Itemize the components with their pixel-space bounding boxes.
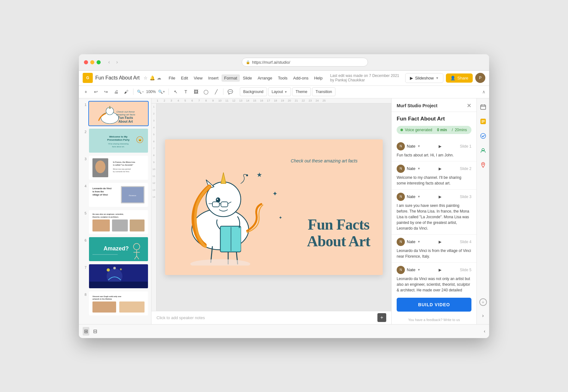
voice-selector-2[interactable]: N Nate ▼ — [397, 165, 420, 173]
slide-canvas: Check out these amazing art facts Fun Fa… — [165, 139, 383, 275]
cloud-icon[interactable]: ☁ — [157, 75, 161, 80]
minimize-button[interactable] — [90, 60, 94, 64]
panel-title: Murf Studio Project — [397, 103, 437, 108]
add-button[interactable]: + — [81, 87, 90, 96]
menu-help[interactable]: Help — [311, 74, 325, 82]
comment-tool[interactable]: 💬 — [226, 87, 235, 96]
transition-button[interactable]: Transition — [312, 87, 335, 96]
voice-selector-1[interactable]: N Nate ▼ — [397, 142, 420, 150]
user-avatar[interactable]: P — [475, 73, 485, 83]
back-button[interactable]: ‹ — [107, 59, 111, 66]
slide-thumb-img-7[interactable] — [88, 264, 149, 289]
maximize-button[interactable] — [97, 60, 101, 64]
menu-file[interactable]: File — [166, 74, 178, 82]
star-icon[interactable]: ☆ — [144, 75, 148, 80]
slide-entry-header-4: N Nate ▼ ▶ Slide 4 — [397, 238, 471, 246]
contacts-icon-button[interactable] — [478, 146, 488, 155]
redo-button[interactable]: ↪ — [102, 87, 110, 96]
undo-button[interactable]: ↩ — [92, 87, 100, 96]
image-tool[interactable]: 🖼 — [192, 87, 200, 96]
paint-button[interactable]: 🖌 — [122, 87, 131, 96]
text-tool[interactable]: T — [181, 87, 190, 96]
play-button-2[interactable]: ▶ — [437, 165, 444, 172]
maps-icon-button[interactable] — [478, 160, 488, 170]
expand-panel-button[interactable]: › — [478, 311, 488, 320]
slide-canvas-wrapper[interactable]: Check out these amazing art facts Fun Fa… — [157, 103, 391, 311]
build-video-button[interactable]: BUILD VIDEO — [397, 298, 471, 312]
layout-button[interactable]: Layout ▼ — [268, 87, 291, 96]
line-tool[interactable]: ╱ — [212, 87, 221, 96]
voice-selector-4[interactable]: N Nate ▼ — [397, 238, 420, 246]
bottom-bar: ⊞ ⊟ ‹ — [79, 324, 489, 338]
slide-thumbnail-2[interactable]: 2 Welcome to My Presentation Party I'll … — [81, 128, 149, 153]
voice-selector-3[interactable]: N Nate ▼ — [397, 193, 420, 201]
bell-icon[interactable]: 🔔 — [150, 75, 155, 80]
play-button-4[interactable]: ▶ — [437, 238, 444, 245]
theme-button[interactable]: Theme — [292, 87, 311, 96]
notes-placeholder[interactable]: Click to add speaker notes — [157, 315, 205, 320]
voice-avatar-3: N — [397, 193, 405, 201]
menu-edit[interactable]: Edit — [178, 74, 190, 82]
slide-thumbnail-7[interactable]: 7 — [81, 264, 149, 289]
task-icon-button[interactable] — [478, 131, 488, 141]
panel-header: Murf Studio Project ✕ — [392, 98, 476, 112]
side-icons: + › — [476, 98, 489, 324]
slide-thumb-img-3[interactable]: In France, the Mona Lisa is called "La J… — [88, 155, 149, 180]
grid-view-button[interactable]: ⊞ — [83, 327, 89, 336]
add-image-button[interactable]: + — [377, 313, 386, 322]
collapse-slide-panel-button[interactable]: ‹ — [484, 329, 485, 334]
slide-thumb-img-6[interactable]: Amazed? — [88, 237, 149, 262]
slideshow-chevron: ▼ — [435, 76, 439, 80]
collapse-toolbar-button[interactable]: ∧ — [481, 88, 487, 96]
speaker-notes[interactable]: Click to add speaker notes + — [151, 311, 391, 324]
add-apps-button[interactable]: + — [479, 298, 487, 306]
print-button[interactable]: 🖨 — [112, 87, 121, 96]
calendar-icon-button[interactable] — [478, 102, 488, 112]
shape-tool[interactable]: ◯ — [202, 87, 210, 96]
slide-thumbnail-1[interactable]: 1 Check out these amazing art facts — [81, 101, 149, 126]
list-view-button[interactable]: ⊟ — [92, 327, 98, 336]
slide-title: Fun Facts About Art — [307, 216, 370, 250]
menu-arrange[interactable]: Arrange — [255, 74, 275, 82]
slide-thumb-img-5[interactable]: He was also an engineer, scientist, theo… — [88, 209, 149, 235]
slide-thumbnail-4[interactable]: 4 Leonardo da Vinci is from the village … — [81, 182, 149, 208]
menu-tools[interactable]: Tools — [275, 74, 290, 82]
menu-format[interactable]: Format — [222, 74, 240, 82]
address-bar[interactable]: 🔒 https://murf.ai/studio/ — [242, 58, 368, 67]
share-button[interactable]: 👤 Share — [446, 73, 473, 83]
feedback-text: You have a feedback? Write to us — [392, 315, 476, 324]
zoom-out-button[interactable]: 🔍− — [136, 87, 145, 96]
slide-thumbnail-5[interactable]: 5 He was also an engineer, scientist, th… — [81, 209, 149, 235]
background-button[interactable]: Background — [240, 87, 267, 96]
doc-title: Fun Facts About Art — [95, 75, 140, 81]
menu-insert[interactable]: Insert — [206, 74, 221, 82]
slide-thumbnail-3[interactable]: 3 In France, the Mona Lisa is called "La… — [81, 155, 149, 180]
slide-thumb-img-2[interactable]: Welcome to My Presentation Party I'll be… — [88, 128, 149, 153]
play-button-3[interactable]: ▶ — [437, 193, 444, 200]
slide-thumbnail-6[interactable]: 6 Amazed? — [81, 237, 149, 262]
slide-thumbnail-8[interactable]: 8 Vincent van Gogh sold only one artwork… — [81, 291, 149, 316]
voice-selector-5[interactable]: N Nate ▼ — [397, 266, 420, 274]
close-button[interactable] — [84, 60, 88, 64]
zoom-in-button[interactable]: 🔍+ — [157, 87, 166, 96]
slide-thumb-img-8[interactable]: Vincent van Gogh sold only one artwork i… — [88, 291, 149, 316]
slideshow-button[interactable]: ▶ Slideshow ▼ — [405, 73, 443, 83]
forward-button[interactable]: › — [115, 59, 119, 66]
panel-close-button[interactable]: ✕ — [467, 103, 471, 108]
sticky-note-icon-button[interactable] — [478, 117, 488, 126]
doc-icons: ☆ 🔔 ☁ — [144, 75, 161, 80]
slide-num-6: 6 — [81, 238, 86, 242]
svg-point-83 — [481, 133, 486, 138]
slide-thumb-img-1[interactable]: Check out these amazing art facts Fun Fa… — [88, 101, 149, 126]
slide-thumb-img-4[interactable]: Leonardo da Vinci is from the village of… — [88, 182, 149, 208]
play-button-1[interactable]: ▶ — [437, 143, 444, 150]
menu-slide[interactable]: Slide — [240, 74, 255, 82]
play-button-5[interactable]: ▶ — [437, 266, 444, 273]
svg-text:In France, the Mona Lisa: In France, the Mona Lisa — [113, 161, 135, 163]
slide-entry-header-5: N Nate ▼ ▶ Slide 5 — [397, 266, 471, 274]
menu-view[interactable]: View — [191, 74, 205, 82]
share-icon: 👤 — [450, 76, 455, 80]
menu-addons[interactable]: Add-ons — [291, 74, 311, 82]
cursor-tool[interactable]: ↖ — [171, 87, 180, 96]
voice-time: 0 min — [437, 128, 447, 132]
